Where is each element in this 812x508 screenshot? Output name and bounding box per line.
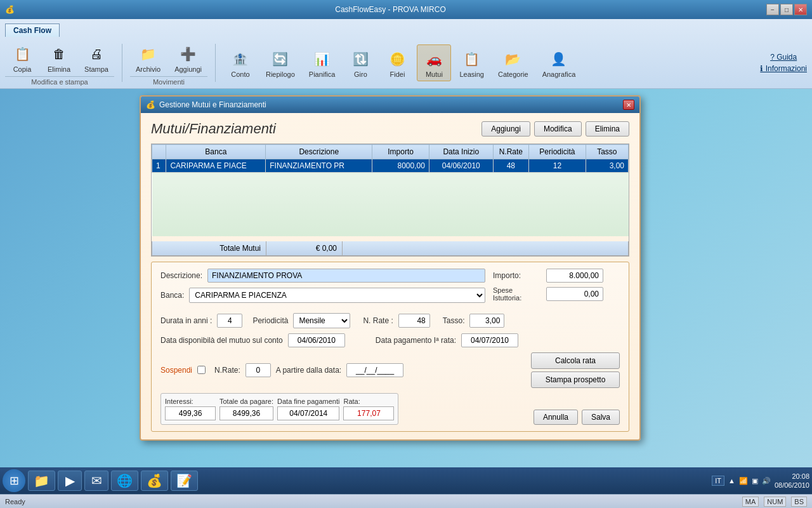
- importo-input[interactable]: [546, 269, 603, 283]
- calcola-rata-button[interactable]: Calcola rata: [531, 352, 620, 369]
- status-ma: MA: [742, 497, 759, 507]
- modal-icon: 💰: [146, 100, 155, 109]
- taskbar-explorer[interactable]: 📁: [28, 471, 55, 491]
- periodicita-label: Periodicità: [252, 316, 288, 325]
- toolbar-leasing-button[interactable]: 📋 Leasing: [454, 44, 490, 81]
- table-row[interactable]: 1 CARIPARMA E PIACE FINANZIAMENTO PR 800…: [152, 159, 629, 173]
- minimize-button[interactable]: −: [766, 4, 779, 15]
- transfer-icon: 🔃: [349, 48, 372, 70]
- n-rate-label: N. Rate :: [363, 316, 393, 325]
- importo-row: Importo:: [493, 269, 620, 283]
- interessi-value: 499,36: [165, 406, 216, 420]
- banca-select[interactable]: CARIPARMA E PIACENZA: [189, 288, 485, 303]
- toolbar-aggiungi-button[interactable]: ➕ Aggiungi: [169, 39, 207, 76]
- toolbar-pianifica-button[interactable]: 📊 Pianifica: [303, 44, 341, 81]
- data-disponibile-label: Data disponibilà del mutuo sul conto: [160, 336, 283, 345]
- n-rate-sospendi-input[interactable]: [246, 363, 271, 377]
- plan-icon: 📊: [311, 48, 334, 70]
- date-row: Data disponibilà del mutuo sul conto Dat…: [160, 333, 620, 347]
- cell-importo: 8000,00: [372, 159, 429, 173]
- delete-icon: 🗑: [48, 43, 70, 65]
- cell-nrate: 48: [493, 159, 528, 173]
- taskbar-network[interactable]: 💰: [141, 471, 168, 491]
- data-disponibile-input[interactable]: [288, 333, 345, 347]
- toolbar-fidei-button[interactable]: 🪙 Fidei: [380, 44, 414, 81]
- form-section: Descrizione: Banca: CARIPARMA E PIACENZA: [151, 262, 629, 432]
- modal-action-buttons: Aggiungi Modifica Elimina: [481, 121, 629, 137]
- status-bar: Ready MA NUM BS: [0, 494, 812, 508]
- modal-title-bar: 💰 Gestione Mutui e Finanziamenti ✕: [141, 97, 639, 113]
- toolbar-categorie-button[interactable]: 📂 Categorie: [492, 44, 534, 81]
- right-panel: Importo: SpeseIstuttoria:: [493, 269, 620, 308]
- col-header-data: Data Inizio: [429, 145, 493, 159]
- descrizione-input[interactable]: [207, 269, 485, 283]
- modal-content: Mutui/Finanziamenti Aggiungi Modifica El…: [141, 113, 639, 439]
- toolbar-conto-button[interactable]: 🏦 Conto: [223, 44, 258, 81]
- data-fine-group: Data fine pagamenti 04/07/2014: [277, 398, 339, 420]
- add-icon: ➕: [177, 43, 200, 65]
- descrizione-label: Descrizione:: [160, 271, 202, 280]
- col-header-tasso: Tasso: [586, 145, 628, 159]
- n-rate-input[interactable]: [398, 314, 430, 328]
- title-bar-icon: 💰: [5, 5, 15, 14]
- modal-title-text: Gestione Mutui e Finanziamenti: [159, 100, 266, 109]
- durata-input[interactable]: [217, 314, 242, 328]
- rata-group: Rata: 177,07: [343, 398, 394, 420]
- table-empty-row: [152, 173, 629, 236]
- table-container: Banca Descrizione Importo Data Inizio N.…: [151, 144, 629, 257]
- taskbar-ie[interactable]: 🌐: [111, 471, 138, 491]
- tasso-input[interactable]: [469, 314, 504, 328]
- system-clock: 20:08 08/06/2010: [775, 472, 809, 490]
- toolbar-main-group: 🏦 Conto 🔄 Riepilogo 📊 Pianifica 🔃 Giro 🪙…: [223, 44, 581, 81]
- importo-label: Importo:: [493, 271, 544, 280]
- durata-label: Durata in anni :: [160, 316, 212, 325]
- taskbar-mail[interactable]: ✉: [84, 471, 108, 491]
- taskbar-word[interactable]: 📝: [171, 471, 198, 491]
- totale-label: Totale Mutui: [152, 241, 266, 255]
- elimina-button[interactable]: Elimina: [586, 121, 629, 137]
- taskbar-media[interactable]: ▶: [58, 471, 82, 491]
- modal-main-title: Mutui/Finanziamenti: [151, 121, 276, 137]
- modal-close-button[interactable]: ✕: [623, 100, 634, 110]
- toolbar-archivio-button[interactable]: 📁 Archivio: [130, 39, 166, 76]
- aggiungi-button[interactable]: Aggiungi: [481, 121, 530, 137]
- modifica-button[interactable]: Modifica: [534, 121, 582, 137]
- close-button[interactable]: ✕: [794, 4, 807, 15]
- toolbar-copia-button[interactable]: 📋 Copia: [5, 39, 39, 76]
- cell-banca: CARIPARMA E PIACE: [166, 159, 266, 173]
- start-button[interactable]: ⊞: [3, 469, 25, 492]
- toolbar-mutui-button[interactable]: 🚗 Mutui: [417, 44, 451, 81]
- spese-input[interactable]: [546, 287, 603, 301]
- toolbar-stampa-button[interactable]: 🖨 Stampa: [79, 39, 114, 76]
- banca-row: Banca: CARIPARMA E PIACENZA: [160, 288, 485, 303]
- print-icon: 🖨: [85, 43, 108, 65]
- bank-icon: 🏦: [229, 48, 252, 70]
- status-bs: BS: [791, 497, 807, 507]
- toolbar-elimina-button[interactable]: 🗑 Elimina: [42, 39, 76, 76]
- col-header-importo: Importo: [372, 145, 429, 159]
- categories-icon: 📂: [502, 48, 525, 70]
- toolbar-giro-button[interactable]: 🔃 Giro: [343, 44, 377, 81]
- maximize-button[interactable]: □: [780, 4, 793, 15]
- salva-button[interactable]: Salva: [582, 410, 620, 425]
- toolbar-anagrafica-button[interactable]: 👤 Anagrafica: [537, 44, 582, 81]
- stampa-prospetto-button[interactable]: Stampa prospetto: [531, 371, 620, 388]
- info-link[interactable]: ℹ Informazioni: [760, 64, 807, 73]
- col-header-nrate: N.Rate: [493, 145, 528, 159]
- periodicita-select[interactable]: Mensile Bimestrale Trimestrale Semestral…: [293, 313, 350, 328]
- toolbar-riepilogo-button[interactable]: 🔄 Riepilogo: [260, 44, 301, 81]
- totale-da-pagare-group: Totale da pagare: 8499,36: [219, 398, 273, 420]
- a-partire-input[interactable]: [346, 363, 403, 377]
- col-header-banca: Banca: [166, 145, 266, 159]
- data-pagamento-label: Data pagamento Iª rata:: [376, 336, 456, 345]
- totale-value: € 0,00: [266, 241, 343, 255]
- data-pagamento-input[interactable]: [461, 333, 518, 347]
- interessi-label: Interessi:: [165, 398, 216, 405]
- group-label-movimenti: Movimenti: [130, 76, 207, 86]
- tab-cashflow[interactable]: Cash Flow: [5, 23, 60, 37]
- annulla-button[interactable]: Annulla: [534, 410, 578, 425]
- sospendi-checkbox[interactable]: [197, 366, 206, 374]
- main-area: 💰 Gestione Mutui e Finanziamenti ✕ Mutui…: [0, 89, 812, 490]
- rata-value: 177,07: [343, 406, 394, 420]
- help-link[interactable]: ? Guida: [770, 53, 797, 62]
